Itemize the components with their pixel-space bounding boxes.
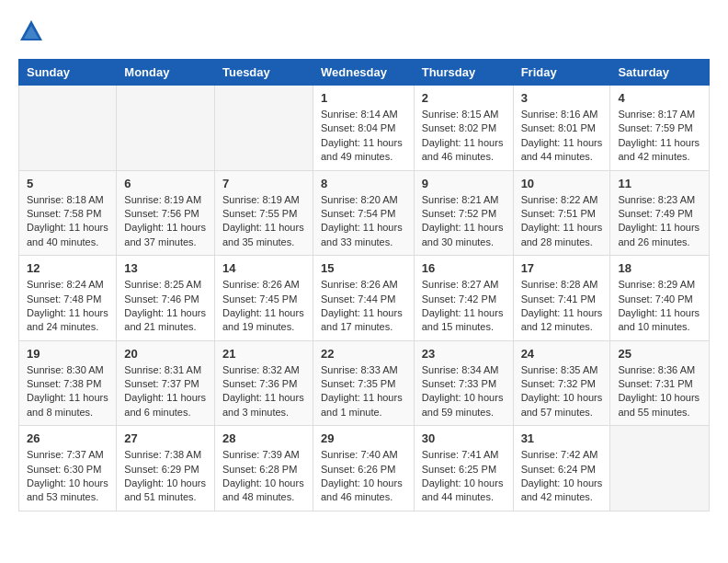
day-info: Sunrise: 8:19 AM Sunset: 7:56 PM Dayligh… xyxy=(124,193,207,250)
day-number: 11 xyxy=(618,177,701,190)
calendar-cell: 28Sunrise: 7:39 AM Sunset: 6:28 PM Dayli… xyxy=(214,426,313,511)
day-info: Sunrise: 8:16 AM Sunset: 8:01 PM Dayligh… xyxy=(521,108,603,165)
calendar-cell: 27Sunrise: 7:38 AM Sunset: 6:29 PM Dayli… xyxy=(117,426,215,511)
calendar-cell: 3Sunrise: 8:16 AM Sunset: 8:01 PM Daylig… xyxy=(513,86,610,171)
day-number: 1 xyxy=(321,91,406,105)
day-number: 3 xyxy=(521,91,603,105)
day-number: 15 xyxy=(321,261,406,275)
calendar-cell xyxy=(214,86,313,171)
calendar-cell: 15Sunrise: 8:26 AM Sunset: 7:44 PM Dayli… xyxy=(313,256,414,341)
day-info: Sunrise: 8:19 AM Sunset: 7:55 PM Dayligh… xyxy=(222,193,305,250)
day-info: Sunrise: 8:23 AM Sunset: 7:49 PM Dayligh… xyxy=(618,193,701,250)
day-number: 4 xyxy=(618,91,701,105)
day-number: 28 xyxy=(222,431,305,445)
calendar-week-row: 1Sunrise: 8:14 AM Sunset: 8:04 PM Daylig… xyxy=(19,86,710,171)
calendar-cell xyxy=(19,86,117,171)
calendar-cell: 5Sunrise: 8:18 AM Sunset: 7:58 PM Daylig… xyxy=(19,170,117,256)
weekday-header-monday: Monday xyxy=(117,60,215,86)
calendar-cell: 8Sunrise: 8:20 AM Sunset: 7:54 PM Daylig… xyxy=(313,170,414,256)
day-number: 26 xyxy=(27,431,108,445)
calendar-cell: 10Sunrise: 8:22 AM Sunset: 7:51 PM Dayli… xyxy=(513,170,610,256)
calendar-cell: 6Sunrise: 8:19 AM Sunset: 7:56 PM Daylig… xyxy=(117,170,215,256)
calendar-cell: 19Sunrise: 8:30 AM Sunset: 7:38 PM Dayli… xyxy=(19,340,117,426)
day-info: Sunrise: 8:29 AM Sunset: 7:40 PM Dayligh… xyxy=(618,278,701,335)
day-info: Sunrise: 7:37 AM Sunset: 6:30 PM Dayligh… xyxy=(27,448,108,505)
day-info: Sunrise: 8:24 AM Sunset: 7:48 PM Dayligh… xyxy=(27,278,108,335)
day-number: 25 xyxy=(618,347,701,361)
day-info: Sunrise: 8:32 AM Sunset: 7:36 PM Dayligh… xyxy=(222,363,305,420)
day-number: 18 xyxy=(618,261,701,275)
calendar-table: SundayMondayTuesdayWednesdayThursdayFrid… xyxy=(18,59,710,511)
day-info: Sunrise: 8:27 AM Sunset: 7:42 PM Dayligh… xyxy=(422,278,506,335)
day-number: 31 xyxy=(521,431,603,445)
day-number: 27 xyxy=(124,431,207,445)
calendar-cell: 25Sunrise: 8:36 AM Sunset: 7:31 PM Dayli… xyxy=(610,340,710,426)
day-number: 7 xyxy=(222,177,305,190)
weekday-header-thursday: Thursday xyxy=(414,60,513,86)
day-info: Sunrise: 8:20 AM Sunset: 7:54 PM Dayligh… xyxy=(321,193,406,250)
calendar-cell: 24Sunrise: 8:35 AM Sunset: 7:32 PM Dayli… xyxy=(513,340,610,426)
weekday-header-tuesday: Tuesday xyxy=(214,60,313,86)
calendar-cell: 26Sunrise: 7:37 AM Sunset: 6:30 PM Dayli… xyxy=(19,426,117,511)
calendar-cell: 29Sunrise: 7:40 AM Sunset: 6:26 PM Dayli… xyxy=(313,426,414,511)
day-number: 17 xyxy=(521,261,603,275)
day-number: 20 xyxy=(124,347,207,361)
calendar-week-row: 26Sunrise: 7:37 AM Sunset: 6:30 PM Dayli… xyxy=(19,426,710,511)
day-number: 10 xyxy=(521,177,603,190)
day-info: Sunrise: 7:42 AM Sunset: 6:24 PM Dayligh… xyxy=(521,448,603,505)
page-header xyxy=(18,18,710,44)
calendar-cell: 31Sunrise: 7:42 AM Sunset: 6:24 PM Dayli… xyxy=(513,426,610,511)
day-number: 14 xyxy=(222,261,305,275)
day-number: 23 xyxy=(422,347,506,361)
calendar-cell: 16Sunrise: 8:27 AM Sunset: 7:42 PM Dayli… xyxy=(414,256,513,341)
logo xyxy=(18,18,48,44)
logo-icon xyxy=(18,18,44,44)
calendar-cell: 22Sunrise: 8:33 AM Sunset: 7:35 PM Dayli… xyxy=(313,340,414,426)
day-info: Sunrise: 8:34 AM Sunset: 7:33 PM Dayligh… xyxy=(422,363,506,420)
day-info: Sunrise: 8:15 AM Sunset: 8:02 PM Dayligh… xyxy=(422,108,506,165)
calendar-week-row: 5Sunrise: 8:18 AM Sunset: 7:58 PM Daylig… xyxy=(19,170,710,256)
weekday-header-wednesday: Wednesday xyxy=(313,60,414,86)
day-info: Sunrise: 8:26 AM Sunset: 7:44 PM Dayligh… xyxy=(321,278,406,335)
calendar-cell: 9Sunrise: 8:21 AM Sunset: 7:52 PM Daylig… xyxy=(414,170,513,256)
calendar-cell: 20Sunrise: 8:31 AM Sunset: 7:37 PM Dayli… xyxy=(117,340,215,426)
day-info: Sunrise: 7:38 AM Sunset: 6:29 PM Dayligh… xyxy=(124,448,207,505)
weekday-header-sunday: Sunday xyxy=(19,60,117,86)
calendar-cell: 30Sunrise: 7:41 AM Sunset: 6:25 PM Dayli… xyxy=(414,426,513,511)
day-number: 13 xyxy=(124,261,207,275)
calendar-cell: 23Sunrise: 8:34 AM Sunset: 7:33 PM Dayli… xyxy=(414,340,513,426)
day-number: 30 xyxy=(422,431,506,445)
day-info: Sunrise: 8:25 AM Sunset: 7:46 PM Dayligh… xyxy=(124,278,207,335)
calendar-cell: 1Sunrise: 8:14 AM Sunset: 8:04 PM Daylig… xyxy=(313,86,414,171)
day-info: Sunrise: 8:21 AM Sunset: 7:52 PM Dayligh… xyxy=(422,193,506,250)
calendar-cell: 18Sunrise: 8:29 AM Sunset: 7:40 PM Dayli… xyxy=(610,256,710,341)
day-number: 16 xyxy=(422,261,506,275)
day-info: Sunrise: 8:18 AM Sunset: 7:58 PM Dayligh… xyxy=(27,193,108,250)
day-number: 2 xyxy=(422,91,506,105)
calendar-week-row: 12Sunrise: 8:24 AM Sunset: 7:48 PM Dayli… xyxy=(19,256,710,341)
day-number: 6 xyxy=(124,177,207,190)
day-number: 8 xyxy=(321,177,406,190)
calendar-week-row: 19Sunrise: 8:30 AM Sunset: 7:38 PM Dayli… xyxy=(19,340,710,426)
weekday-header-row: SundayMondayTuesdayWednesdayThursdayFrid… xyxy=(19,60,710,86)
day-info: Sunrise: 8:36 AM Sunset: 7:31 PM Dayligh… xyxy=(618,363,701,420)
day-info: Sunrise: 8:28 AM Sunset: 7:41 PM Dayligh… xyxy=(521,278,603,335)
calendar-cell xyxy=(610,426,710,511)
calendar-cell: 4Sunrise: 8:17 AM Sunset: 7:59 PM Daylig… xyxy=(610,86,710,171)
day-number: 24 xyxy=(521,347,603,361)
day-info: Sunrise: 8:31 AM Sunset: 7:37 PM Dayligh… xyxy=(124,363,207,420)
day-number: 22 xyxy=(321,347,406,361)
day-number: 29 xyxy=(321,431,406,445)
weekday-header-friday: Friday xyxy=(513,60,610,86)
day-info: Sunrise: 8:17 AM Sunset: 7:59 PM Dayligh… xyxy=(618,108,701,165)
calendar-cell xyxy=(117,86,215,171)
day-info: Sunrise: 7:39 AM Sunset: 6:28 PM Dayligh… xyxy=(222,448,305,505)
day-info: Sunrise: 8:33 AM Sunset: 7:35 PM Dayligh… xyxy=(321,363,406,420)
calendar-cell: 11Sunrise: 8:23 AM Sunset: 7:49 PM Dayli… xyxy=(610,170,710,256)
calendar-cell: 7Sunrise: 8:19 AM Sunset: 7:55 PM Daylig… xyxy=(214,170,313,256)
day-number: 19 xyxy=(27,347,108,361)
day-info: Sunrise: 8:30 AM Sunset: 7:38 PM Dayligh… xyxy=(27,363,108,420)
calendar-cell: 17Sunrise: 8:28 AM Sunset: 7:41 PM Dayli… xyxy=(513,256,610,341)
calendar-cell: 13Sunrise: 8:25 AM Sunset: 7:46 PM Dayli… xyxy=(117,256,215,341)
calendar-cell: 21Sunrise: 8:32 AM Sunset: 7:36 PM Dayli… xyxy=(214,340,313,426)
